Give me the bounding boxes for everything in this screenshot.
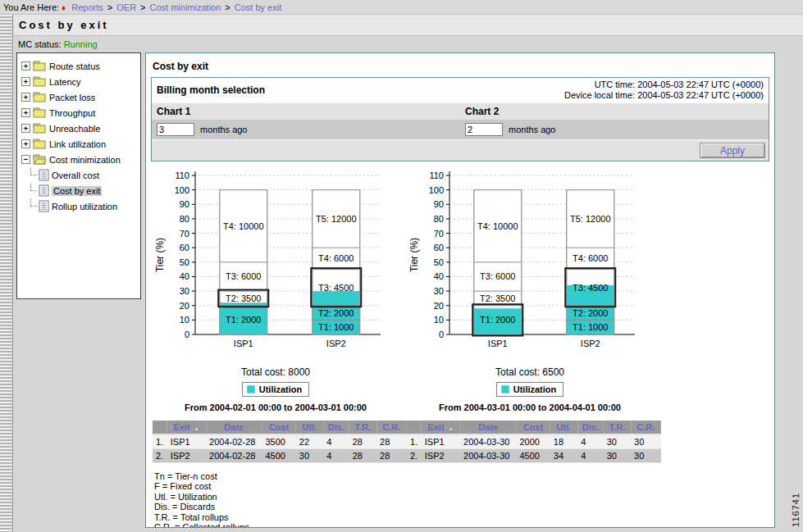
expand-icon[interactable]: + bbox=[21, 108, 30, 117]
table-cell: 2004-03-30 bbox=[460, 448, 516, 462]
svg-text:40: 40 bbox=[180, 271, 189, 281]
table-cell: 30 bbox=[296, 448, 323, 462]
table-cell: 2. bbox=[153, 448, 167, 462]
svg-text:110: 110 bbox=[429, 171, 444, 180]
column-header-date[interactable]: Date bbox=[206, 421, 262, 434]
legend-wrap: Utilization bbox=[153, 382, 399, 397]
report-doc-icon bbox=[39, 184, 49, 197]
column-header-dis[interactable]: Dis. bbox=[577, 421, 604, 434]
svg-text:ISP1: ISP1 bbox=[488, 339, 508, 348]
charts-row: 0102030405060708090100110Tier (%)T1: 200… bbox=[153, 166, 774, 463]
column-header-utl[interactable]: Utl. bbox=[296, 421, 323, 434]
sidebar-item-unreachable[interactable]: +Unreachable bbox=[17, 120, 140, 136]
figure-number: 116741 bbox=[791, 493, 801, 527]
svg-text:80: 80 bbox=[434, 214, 444, 224]
svg-text:T2: 2000: T2: 2000 bbox=[573, 308, 608, 318]
column-header-c-r[interactable]: C.R. bbox=[631, 421, 660, 434]
apply-button[interactable]: Apply bbox=[700, 143, 765, 158]
table-row: 1.ISP12004-03-3020001843030 bbox=[407, 434, 661, 448]
table-cell: 28 bbox=[349, 448, 376, 462]
breadcrumb-item-reports[interactable]: Reports bbox=[71, 2, 103, 12]
breadcrumb-separator-icon: > bbox=[225, 2, 230, 12]
svg-text:30: 30 bbox=[434, 286, 444, 296]
sidebar-item-cost-by-exit[interactable]: Cost by exit bbox=[17, 183, 140, 198]
expand-icon[interactable]: + bbox=[21, 139, 30, 148]
svg-text:T1: 2000: T1: 2000 bbox=[226, 315, 261, 325]
table-cell: ISP1 bbox=[167, 434, 206, 448]
mc-status: MC status: Running bbox=[18, 39, 98, 49]
sidebar-item-route-status[interactable]: +Route status bbox=[17, 58, 140, 74]
column-header-t-r[interactable]: T.R. bbox=[349, 421, 376, 434]
bar-isp1: T1: 2000T2: 3500T3: 6000T4: 10000ISP1 bbox=[472, 190, 522, 348]
expand-icon[interactable]: + bbox=[21, 93, 30, 102]
breadcrumb-item-cost-by-exit[interactable]: Cost by exit bbox=[235, 2, 281, 12]
footnote-line: F = Fixed cost bbox=[154, 481, 774, 492]
sidebar-item-cost-minimization[interactable]: −Cost minimization bbox=[17, 152, 140, 167]
sidebar-item-label: Throughput bbox=[49, 108, 95, 118]
tree-connector bbox=[30, 199, 37, 207]
column-header-t-r[interactable]: T.R. bbox=[604, 421, 631, 434]
folder-icon bbox=[33, 139, 47, 149]
tree-connector bbox=[30, 184, 37, 191]
column-header-cost[interactable]: Cost bbox=[262, 421, 295, 434]
folder-icon bbox=[33, 92, 47, 102]
breadcrumb-item-cost-minimization[interactable]: Cost minimization bbox=[150, 2, 221, 12]
sidebar-item-rollup-utilization[interactable]: Rollup utilization bbox=[17, 198, 140, 214]
bar-isp2: T1: 1000T2: 2000T3: 4500T4: 6000T5: 1200… bbox=[311, 190, 361, 348]
svg-text:20: 20 bbox=[434, 301, 444, 311]
apply-row: Apply bbox=[152, 139, 769, 161]
expand-icon[interactable]: + bbox=[21, 124, 30, 133]
breadcrumb-item-oer[interactable]: OER bbox=[116, 2, 136, 12]
sidebar-item-link-utilization[interactable]: +Link utilization bbox=[17, 136, 140, 152]
sidebar-item-throughput[interactable]: +Throughput bbox=[17, 105, 140, 120]
sidebar-item-overall-cost[interactable]: Overall cost bbox=[17, 167, 140, 183]
table-row: 1.ISP12004-02-2835002242828 bbox=[153, 434, 407, 448]
expand-icon[interactable]: + bbox=[21, 77, 30, 86]
sidebar-item-label: Overall cost bbox=[52, 171, 99, 180]
svg-text:50: 50 bbox=[434, 257, 444, 267]
breadcrumb-links: Reports>OER>Cost minimization>Cost by ex… bbox=[69, 2, 281, 12]
svg-text:ISP1: ISP1 bbox=[234, 339, 253, 348]
column-header-exit[interactable]: Exit▲ bbox=[167, 421, 206, 434]
svg-text:T2: 3500: T2: 3500 bbox=[226, 293, 261, 303]
column-header-utl[interactable]: Utl. bbox=[550, 421, 577, 434]
column-header-cost[interactable]: Cost bbox=[516, 421, 550, 434]
chart2-months-input[interactable] bbox=[465, 123, 503, 136]
column-header-c-r[interactable]: C.R. bbox=[376, 421, 406, 434]
svg-text:50: 50 bbox=[180, 257, 189, 267]
chart2-label: Chart 2 bbox=[460, 103, 769, 120]
svg-text:T1: 2000: T1: 2000 bbox=[480, 315, 515, 325]
utilization-swatch-icon bbox=[501, 385, 509, 393]
collapse-icon[interactable]: − bbox=[21, 155, 30, 164]
sidebar-item-latency[interactable]: +Latency bbox=[17, 74, 140, 89]
table-cell: 28 bbox=[349, 434, 376, 448]
row-number-column-header bbox=[153, 421, 167, 434]
sidebar-item-packet-loss[interactable]: +Packet loss bbox=[17, 89, 140, 105]
svg-text:T4: 6000: T4: 6000 bbox=[573, 253, 608, 263]
column-header-dis[interactable]: Dis. bbox=[323, 421, 349, 434]
sidebar-item-label: Packet loss bbox=[49, 93, 95, 102]
legend: Utilization bbox=[496, 382, 564, 397]
date-range: From 2004-02-01 00:00 to 2004-03-01 00:0… bbox=[153, 402, 399, 412]
svg-text:70: 70 bbox=[434, 229, 444, 239]
sidebar-item-label: Unreachable bbox=[49, 124, 100, 134]
column-header-date[interactable]: Date bbox=[460, 421, 516, 434]
row-number-column-header bbox=[407, 421, 422, 434]
bar-isp2: T1: 1000T2: 2000T3: 4500T4: 6000T5: 1200… bbox=[565, 190, 615, 348]
breadcrumb-prefix: You Are Here: bbox=[3, 2, 59, 12]
billing-header: Billing month selection UTC time: 2004-0… bbox=[152, 78, 769, 102]
table-cell: 30 bbox=[631, 434, 660, 448]
total-cost: Total cost: 8000 bbox=[153, 366, 399, 378]
svg-text:100: 100 bbox=[429, 185, 444, 195]
page-title-band: Cost by exit bbox=[14, 15, 803, 36]
svg-text:80: 80 bbox=[180, 214, 189, 224]
table-header-row: Exit▲DateCostUtl.Dis.T.R.C.R. bbox=[153, 421, 407, 434]
chart1-months-input[interactable] bbox=[157, 123, 194, 136]
column-header-exit[interactable]: Exit▲ bbox=[422, 421, 460, 434]
svg-text:Tier (%): Tier (%) bbox=[408, 238, 420, 272]
report-doc-icon bbox=[39, 169, 49, 181]
table-cell: 2004-02-28 bbox=[206, 448, 262, 462]
table-cell: 2. bbox=[407, 448, 422, 462]
footnote-line: Tn = Tier-n cost bbox=[154, 471, 774, 482]
expand-icon[interactable]: + bbox=[21, 61, 30, 70]
